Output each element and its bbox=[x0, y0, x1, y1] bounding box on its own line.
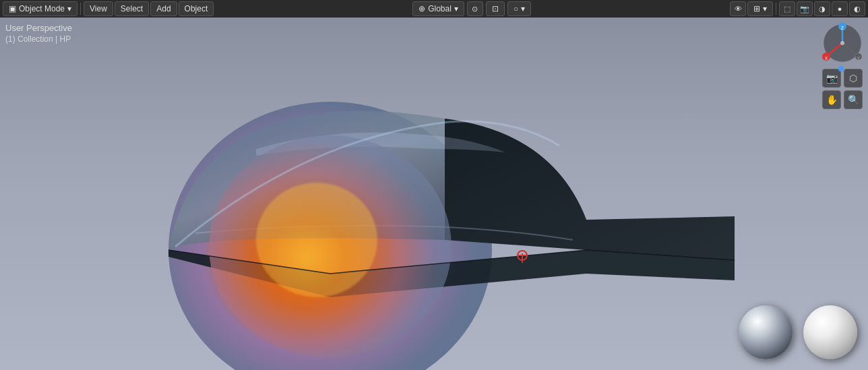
pivot-icon: ⊙ bbox=[472, 5, 478, 13]
view-menu[interactable]: View bbox=[84, 1, 113, 16]
view-icon-row-1: 📷 ⬡ bbox=[822, 69, 863, 88]
object-label: Object bbox=[185, 4, 208, 13]
viewport-material-btn[interactable]: ◑ bbox=[814, 1, 830, 16]
blue-indicator-dot bbox=[838, 66, 844, 71]
material-icon: ◑ bbox=[819, 5, 826, 13]
select-menu[interactable]: Select bbox=[115, 1, 149, 16]
mode-label: Object Mode bbox=[19, 4, 65, 13]
gizmo-icon: ⊞ bbox=[753, 4, 760, 13]
overlay-btn[interactable]: 👁 bbox=[730, 1, 746, 16]
material-spheres bbox=[739, 305, 857, 359]
proportional-dropdown: ▾ bbox=[521, 4, 525, 13]
snap-icon: ⊡ bbox=[492, 4, 499, 13]
toolbar-center: ⊕ Global ▾ ⊙ ⊡ ○ ▾ bbox=[215, 1, 728, 16]
zoom-icon: 🔍 bbox=[848, 94, 859, 105]
perspective-icon: ⬡ bbox=[849, 73, 857, 84]
mode-icon: ▣ bbox=[9, 4, 16, 13]
proportional-toggle[interactable]: ○ ▾ bbox=[507, 1, 531, 16]
viewport-3d[interactable]: User Perspective (1) Collection | HP Z X… bbox=[0, 18, 868, 370]
gizmo-dropdown: ▾ bbox=[763, 4, 767, 13]
proportional-icon: ○ bbox=[514, 4, 518, 13]
separator-1 bbox=[80, 3, 81, 15]
snap-toggle[interactable]: ⊡ bbox=[486, 1, 505, 16]
svg-point-13 bbox=[840, 41, 844, 45]
perspective-label: User Perspective bbox=[5, 23, 72, 33]
viewport-camera-btn[interactable]: 📷 bbox=[797, 1, 813, 16]
object-menu[interactable]: Object bbox=[179, 1, 214, 16]
ortho-icon: ⬚ bbox=[784, 5, 790, 13]
pan-icon: ✋ bbox=[826, 94, 838, 105]
svg-text:Y: Y bbox=[857, 56, 861, 61]
zoom-btn[interactable]: 🔍 bbox=[844, 90, 863, 109]
viewport-ortho-btn[interactable]: ⬚ bbox=[779, 1, 795, 16]
add-label: Add bbox=[156, 4, 170, 13]
global-selector[interactable]: ⊕ Global ▾ bbox=[412, 1, 464, 16]
overlay-icon: 👁 bbox=[735, 5, 742, 13]
perspective-view-btn[interactable]: ⬡ bbox=[844, 69, 863, 88]
collection-label: (1) Collection | HP bbox=[5, 34, 72, 44]
viewport-info: User Perspective (1) Collection | HP bbox=[5, 23, 72, 44]
camera-icon: 📷 bbox=[800, 5, 809, 13]
pan-btn[interactable]: ✋ bbox=[822, 90, 841, 109]
mode-dropdown-arrow: ▾ bbox=[67, 4, 71, 13]
viewport-render-btn[interactable]: ● bbox=[832, 1, 848, 16]
view-icon-row-2: ✋ 🔍 bbox=[822, 90, 863, 109]
svg-point-2 bbox=[256, 183, 377, 297]
camera-view-btn[interactable]: 📷 bbox=[822, 69, 841, 88]
select-label: Select bbox=[121, 4, 143, 13]
global-label: Global bbox=[428, 4, 452, 13]
separator-2 bbox=[776, 3, 776, 15]
global-icon: ⊕ bbox=[418, 4, 425, 13]
gizmo-btn[interactable]: ⊞ ▾ bbox=[747, 1, 773, 16]
svg-text:X: X bbox=[825, 56, 828, 61]
mode-selector[interactable]: ▣ Object Mode ▾ bbox=[3, 1, 78, 16]
viewport-solid-btn[interactable]: ◐ bbox=[849, 1, 865, 16]
camera-view-icon: 📷 bbox=[826, 73, 838, 84]
toolbar-right: 👁 ⊞ ▾ ⬚ 📷 ◑ ● ◐ bbox=[730, 1, 865, 16]
nav-gizmo[interactable]: Z X Y bbox=[822, 23, 863, 63]
svg-text:Z: Z bbox=[841, 26, 844, 30]
render-icon: ● bbox=[838, 5, 842, 13]
cursor-horizontal bbox=[518, 255, 527, 256]
solid-icon: ◐ bbox=[854, 5, 861, 13]
top-toolbar: ▣ Object Mode ▾ View Select Add Object ⊕… bbox=[0, 0, 868, 18]
material-sphere-chrome[interactable] bbox=[739, 305, 793, 359]
view-label: View bbox=[90, 4, 107, 13]
material-sphere-white[interactable] bbox=[803, 305, 857, 359]
pivot-selector[interactable]: ⊙ bbox=[467, 1, 483, 16]
global-dropdown: ▾ bbox=[454, 4, 458, 13]
add-menu[interactable]: Add bbox=[150, 1, 177, 16]
3d-object bbox=[0, 18, 868, 370]
